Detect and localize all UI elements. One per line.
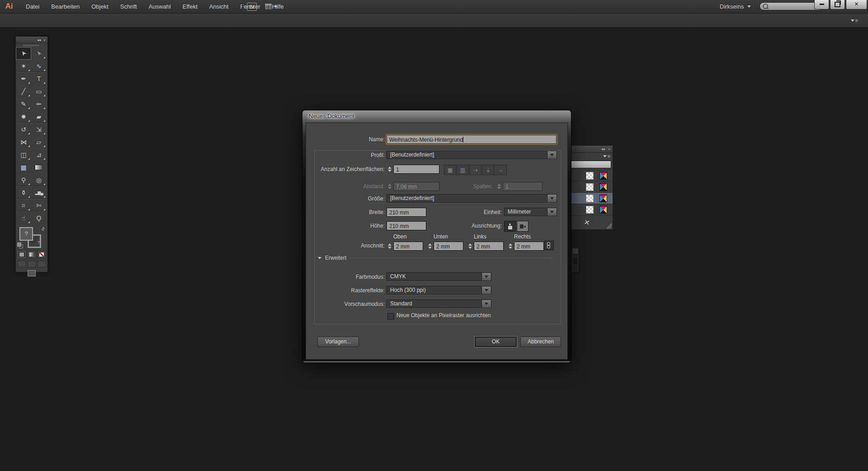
restore-button[interactable]	[830, 0, 845, 10]
color-group-swatch-icon[interactable]	[599, 183, 607, 191]
einheit-dropdown[interactable]: Millimeter	[504, 208, 557, 216]
rotate-tool-icon[interactable]: ↺	[16, 123, 31, 136]
collapsed-panel-stub[interactable]	[571, 247, 580, 273]
draw-behind-button[interactable]	[28, 261, 36, 267]
color-group-swatch-icon[interactable]	[599, 206, 607, 214]
pattern-swatch-icon[interactable]	[586, 183, 594, 191]
arrange-direction-button[interactable]: →	[494, 165, 507, 175]
link-bleed-values-button[interactable]	[544, 241, 554, 250]
menu-item[interactable]: Datei	[20, 0, 45, 13]
none-button[interactable]	[37, 251, 46, 258]
close-panel-icon[interactable]: ×	[43, 38, 46, 42]
anzahl-stepper[interactable]	[387, 165, 392, 174]
pen-tool-icon[interactable]: ✒	[16, 72, 31, 85]
bleed-stepper[interactable]	[387, 242, 392, 251]
eraser-tool-icon[interactable]: ▰	[31, 110, 47, 123]
blend-tool-icon[interactable]: ◎	[31, 174, 47, 186]
arrange-documents-button[interactable]	[264, 3, 278, 10]
menu-item[interactable]: Bearbeiten	[45, 0, 85, 13]
slice-tool-icon[interactable]: ✄	[31, 199, 47, 212]
ok-button[interactable]: OK	[475, 337, 517, 347]
menu-item[interactable]: Auswahl	[143, 0, 177, 13]
bleed-value-field[interactable]: 2 mm	[434, 242, 463, 251]
collapse-panel-icon[interactable]: ◂◂	[601, 147, 605, 151]
orientation-portrait-button[interactable]	[504, 221, 516, 232]
bleed-stepper[interactable]	[467, 242, 473, 251]
menu-item[interactable]: Objekt	[85, 0, 114, 13]
orientation-landscape-button[interactable]	[517, 221, 528, 232]
control-bar-menu-button[interactable]: ≡	[851, 18, 858, 23]
pixelraster-checkbox[interactable]	[387, 313, 394, 320]
mesh-tool-icon[interactable]: ▦	[16, 161, 31, 174]
grid-by-column-icon[interactable]: ▥	[457, 165, 469, 175]
type-tool-icon[interactable]: T	[31, 72, 47, 85]
eyedropper-tool-icon[interactable]: ⚲	[16, 174, 31, 186]
blob-brush-tool-icon[interactable]: ✹	[16, 110, 31, 123]
pattern-swatch-icon[interactable]	[586, 172, 594, 180]
none-swatch-icon[interactable]: ✕	[583, 218, 590, 227]
line-segment-tool-icon[interactable]: ╱	[16, 85, 31, 98]
bleed-stepper[interactable]	[507, 242, 513, 251]
color-group-swatch-icon[interactable]	[599, 172, 607, 180]
free-transform-tool-icon[interactable]: ▱	[31, 136, 47, 148]
direct-selection-tool-icon[interactable]: ➢	[31, 47, 47, 60]
vorschaumodus-dropdown[interactable]: Standard	[387, 300, 491, 308]
magic-wand-tool-icon[interactable]: ✶	[16, 60, 31, 72]
zoom-tool-icon[interactable]: Ǫ	[31, 212, 47, 224]
panel-menu-icon[interactable]: ≡	[608, 154, 610, 159]
change-screen-mode-button[interactable]	[28, 270, 36, 276]
close-panel-icon[interactable]: ×	[608, 147, 610, 151]
color-button[interactable]	[17, 251, 26, 258]
symbol-sprayer-tool-icon[interactable]: ⚱	[16, 186, 31, 199]
profil-dropdown[interactable]: [Benutzerdefiniert]	[387, 151, 557, 159]
panel-resize-grip[interactable]	[606, 223, 612, 228]
lasso-tool-icon[interactable]: ∿	[31, 60, 47, 72]
bleed-value-field[interactable]: 2 mm	[393, 242, 423, 251]
pattern-swatch-icon[interactable]	[586, 195, 594, 202]
hoehe-field[interactable]: 210 mm	[387, 221, 426, 230]
dialog-title[interactable]: Neues Dokument	[302, 110, 571, 123]
abbrechen-button[interactable]: Abbrechen	[520, 337, 561, 347]
swap-fill-stroke-icon[interactable]: ⇄	[40, 226, 46, 232]
go-to-bridge-button[interactable]: Br	[247, 3, 257, 11]
menu-item[interactable]: Effekt	[177, 0, 203, 13]
default-fill-stroke-icon[interactable]	[17, 243, 23, 248]
breite-field[interactable]: 210 mm	[387, 208, 426, 217]
collapse-panel-icon[interactable]: ◂◂	[37, 38, 41, 42]
draw-inside-button[interactable]	[38, 261, 46, 267]
gradient-button[interactable]	[27, 251, 36, 258]
name-field[interactable]: Weihnachts-Menü-Hintergrund	[387, 135, 557, 144]
perspective-grid-tool-icon[interactable]: ⊿	[31, 148, 47, 161]
shape-builder-tool-icon[interactable]: ◫	[16, 148, 31, 161]
groesse-dropdown[interactable]: [Benutzerdefiniert]	[387, 194, 557, 203]
selection-tool-icon[interactable]: ➤	[16, 47, 31, 60]
gradient-tool-icon[interactable]: ■	[31, 161, 47, 174]
column-graph-tool-icon[interactable]: ▂▆▄	[31, 186, 47, 199]
scale-tool-icon[interactable]: ⇲	[31, 123, 47, 136]
illustrator-logo-icon[interactable]: Ai	[3, 1, 15, 12]
artboard-tool-icon[interactable]: ⌗	[16, 199, 31, 212]
draw-normal-button[interactable]	[18, 261, 26, 267]
grid-by-row-icon[interactable]: ▦	[444, 165, 456, 175]
bleed-value-field[interactable]: 2 mm	[474, 242, 504, 251]
width-tool-icon[interactable]: ⋈	[16, 136, 31, 148]
anzahl-field[interactable]: 1	[393, 165, 439, 174]
bleed-stepper[interactable]	[427, 242, 433, 251]
pencil-tool-icon[interactable]: ✏	[31, 98, 47, 110]
bleed-value-field[interactable]: 2 mm	[514, 242, 544, 251]
hand-tool-icon[interactable]: ☝	[16, 212, 31, 224]
panel-drag-grip[interactable]	[16, 43, 47, 47]
fill-color-well[interactable]: ?	[19, 227, 33, 241]
color-group-swatch-icon[interactable]	[599, 195, 607, 202]
vorlagen-button[interactable]: Vorlagen...	[317, 337, 359, 347]
menu-item[interactable]: Schrift	[114, 0, 143, 13]
farbmodus-dropdown[interactable]: CMYK	[387, 272, 491, 281]
menu-item[interactable]: Ansicht	[203, 0, 235, 13]
minimize-button[interactable]	[814, 0, 829, 10]
erweitert-section-toggle[interactable]: Erweitert	[318, 255, 553, 261]
workspace-switcher[interactable]: Dirkseins	[720, 0, 751, 13]
rectangle-tool-icon[interactable]: ▭	[31, 85, 47, 98]
rastereffekte-dropdown[interactable]: Hoch (300 ppi)	[387, 286, 491, 295]
pattern-swatch-icon[interactable]	[586, 206, 594, 214]
close-button[interactable]: ✕	[846, 0, 867, 10]
